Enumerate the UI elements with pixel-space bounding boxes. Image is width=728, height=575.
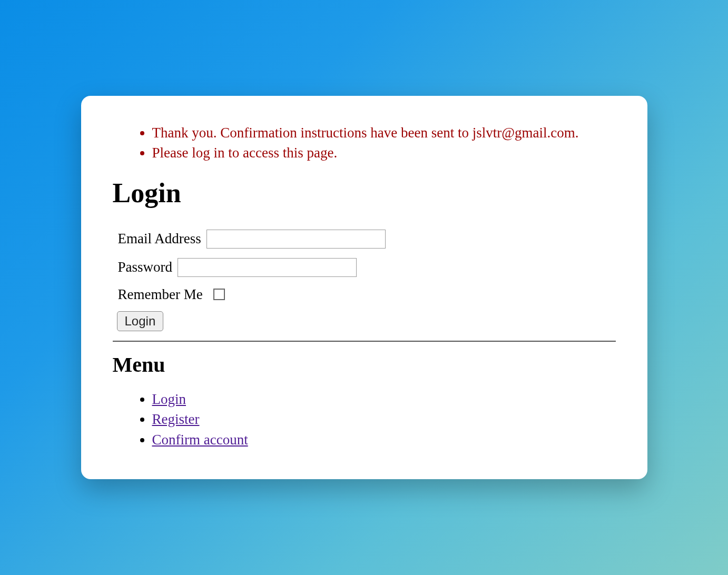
login-button[interactable]: Login — [117, 311, 164, 331]
remember-label: Remember Me — [118, 286, 203, 303]
remember-row: Remember Me — [118, 286, 616, 303]
flash-message: Thank you. Confirmation instructions hav… — [152, 123, 616, 142]
password-field[interactable] — [178, 258, 357, 277]
email-row: Email Address — [118, 230, 616, 249]
flash-message: Please log in to access this page. — [152, 143, 616, 162]
list-item: Confirm account — [152, 430, 616, 449]
menu-list: Login Register Confirm account — [113, 390, 616, 449]
email-field[interactable] — [206, 230, 386, 249]
menu-link-login[interactable]: Login — [152, 391, 186, 407]
password-row: Password — [118, 258, 616, 277]
menu-title: Menu — [113, 352, 616, 377]
login-form: Email Address Password Remember Me Login — [113, 230, 616, 331]
remember-checkbox[interactable] — [213, 289, 225, 300]
menu-link-confirm-account[interactable]: Confirm account — [152, 432, 248, 448]
list-item: Login — [152, 390, 616, 409]
password-label: Password — [118, 259, 173, 275]
menu-link-register[interactable]: Register — [152, 411, 200, 427]
divider — [113, 341, 616, 342]
flash-message-list: Thank you. Confirmation instructions hav… — [113, 123, 616, 163]
page-title: Login — [113, 177, 616, 209]
login-card: Thank you. Confirmation instructions hav… — [81, 96, 647, 479]
email-label: Email Address — [118, 231, 201, 247]
list-item: Register — [152, 410, 616, 429]
